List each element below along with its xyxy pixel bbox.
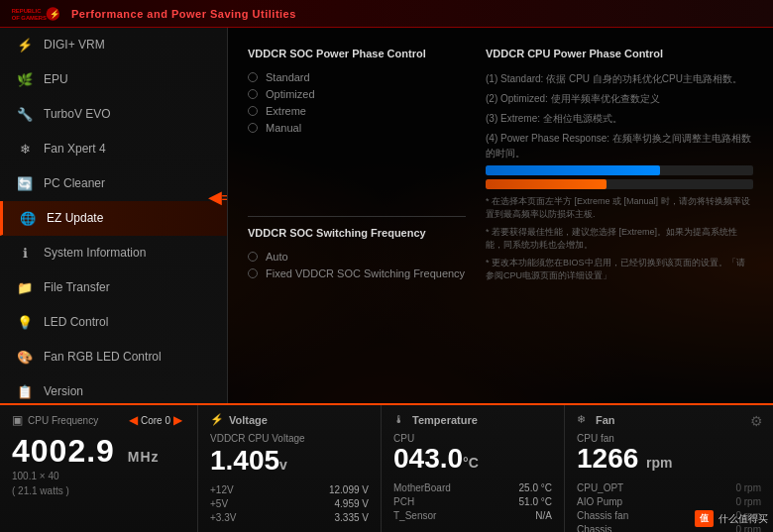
sidebar-item-digi-vrm[interactable]: ⚡ DIGI+ VRM [0,28,227,62]
soc-option-manual[interactable]: Manual [248,122,466,134]
fan-val-cpu-opt: 0 rpm [735,482,761,493]
voltage-label-33v: +3.3V [210,512,236,523]
svg-text:⚡: ⚡ [50,9,59,20]
temp-rows: MotherBoard 25.0 °C PCH 51.0 °C T_Sensor… [393,482,552,521]
sidebar-item-epu[interactable]: 🌿 EPU [0,62,227,97]
cpu-desc4: (4) Power Phase Response: 在频率切换之间调整主电路相数… [486,131,753,160]
sidebar-label-pc-cleaner: PC Cleaner [44,176,211,190]
temp-cpu-value: 043.0°C [393,444,552,475]
sidebar-item-file-transfer[interactable]: 📁 File Transfer [0,270,227,305]
fan-val-aio-pump: 0 rpm [735,496,761,507]
voltage-rows: +12V 12.099 V +5V 4.959 V +3.3V 3.335 V [210,484,369,523]
progress-fill-1 [486,165,660,175]
sidebar-item-turbov-evo[interactable]: 🔧 TurboV EVO [0,97,227,132]
sidebar-item-fan-xpert4[interactable]: ❄ Fan Xpert 4 [0,132,227,166]
fan-header: Fan [577,413,761,427]
voltage-label-12v: +12V [210,484,234,495]
sidebar-collapse-arrow[interactable]: ◀═ [208,186,228,208]
sidebar-item-ez-update[interactable]: 🌐 EZ Update [0,201,227,236]
soc-freq-auto[interactable]: Auto [248,251,466,263]
cpu-freq-value: 4002.9 MHz [12,435,185,467]
vddcr-soc-freq-title: VDDCR SOC Switching Frequency [248,227,466,239]
sidebar-label-ez-update: EZ Update [47,211,211,225]
sidebar-item-pc-cleaner[interactable]: 🔄 PC Cleaner [0,166,227,201]
temp-label-tsensor: T_Sensor [393,510,436,521]
sidebar-label-system-info: System Information [44,246,211,260]
soc-option-extreme[interactable]: Extreme [248,105,466,117]
voltage-section: Voltage VDDCR CPU Voltage 1.405v +12V 12… [198,405,382,532]
fan-main-value: 1266 rpm [577,444,761,475]
cpu-note3: * 更改本功能须您在BIOS中启用，已经切换到该页面的设置。「请参阅CPU电源页… [486,257,753,281]
turbov-icon: 🔧 [16,105,34,123]
fan-main-unit: rpm [646,455,672,471]
thermometer-icon [393,413,407,427]
cpu-freq-label: ▣ CPU Frequency [12,413,98,427]
temp-val-pch: 51.0 °C [519,496,552,507]
svg-text:REPUBLIC: REPUBLIC [12,8,43,14]
fan-icon [577,413,591,427]
soc-option-standard[interactable]: Standard [248,71,466,83]
sidebar-label-version: Version [44,384,211,398]
soc-radio-manual [248,123,258,133]
temp-val-mb: 25.0 °C [519,482,552,493]
soc-freq-fixed[interactable]: Fixed VDDCR SOC Switching Frequency [248,267,466,279]
cpu-freq-sub1: 100.1 × 40 [12,471,185,481]
voltage-main-label: VDDCR CPU Voltage [210,433,369,444]
svg-text:OF GAMERS: OF GAMERS [12,14,47,20]
cpu-freq-unit: MHz [128,449,160,465]
cpu-desc3: (3) Extreme: 全相位电源模式。 [486,111,753,126]
fan-label-chassis2: Chassis_ [577,524,617,532]
main-content: VDDCR SOC Power Phase Control Standard O… [228,28,773,403]
cpu-core-selector[interactable]: ◀ Core 0 ▶ [126,413,185,427]
temp-title: Temperature [412,414,478,426]
core-next-arrow[interactable]: ▶ [170,413,185,427]
vddcr-soc-title: VDDCR SOC Power Phase Control [248,48,466,59]
voltage-val-5v: 4.959 V [335,498,369,509]
epu-icon: 🌿 [16,70,34,88]
fan-label-cpu-opt: CPU_OPT [577,482,623,493]
fan-label-chassis-fan: Chassis fan [577,510,628,521]
cpu-freq-header: ▣ CPU Frequency ◀ Core 0 ▶ [12,413,185,427]
temp-section: Temperature CPU 043.0°C MotherBoard 25.0… [382,405,565,532]
temp-row-pch: PCH 51.0 °C [393,496,552,507]
sidebar-item-version[interactable]: 📋 Version [0,374,227,403]
vddcr-cpu-title: VDDCR CPU Power Phase Control [486,48,753,59]
watermark-badge: 值 [695,510,714,527]
asus-logo: REPUBLIC OF GAMERS ⚡ [10,4,59,24]
cpu-freq-sub2: ( 21.1 watts ) [12,485,185,496]
version-icon: 📋 [16,382,34,400]
fan-row-cpu-opt: CPU_OPT 0 rpm [577,482,761,493]
cpu-freq-title: CPU Frequency [28,415,98,426]
sidebar-label-led-control: LED Control [44,315,211,329]
sidebar-label-turbov: TurboV EVO [44,107,211,121]
soc-radio-standard [248,72,258,82]
file-transfer-icon: 📁 [16,278,34,296]
sidebar-item-led-control[interactable]: 💡 LED Control [0,305,227,340]
cpu-desc1: (1) Standard: 依据 CPU 自身的功耗优化CPU主电路相数。 [486,71,753,86]
core-prev-arrow[interactable]: ◀ [126,413,141,427]
voltage-unit: v [279,457,287,473]
progress-bar-1 [486,165,753,175]
gear-icon[interactable] [750,413,763,429]
voltage-header: Voltage [210,413,369,427]
header-title: Performance and Power Saving Utilities [71,8,296,20]
cpu-freq-section: ▣ CPU Frequency ◀ Core 0 ▶ 4002.9 MHz 10… [0,405,198,532]
sidebar-item-system-info[interactable]: ℹ System Information [0,236,227,270]
cpu-desc2: (2) Optimized: 使用半频率优化查数定义 [486,91,753,106]
sidebar-item-fan-rgb[interactable]: 🎨 Fan RGB LED Control [0,340,227,374]
watermark: 值 什么值得买 [695,510,768,527]
temp-row-tsensor: T_Sensor N/A [393,510,552,521]
soc-freq-radio-fixed [248,268,258,278]
temp-row-mb: MotherBoard 25.0 °C [393,482,552,493]
sidebar: ⚡ DIGI+ VRM 🌿 EPU 🔧 TurboV EVO ❄ Fan Xpe… [0,28,228,403]
soc-option-optimized[interactable]: Optimized [248,88,466,100]
temp-label-pch: PCH [393,496,414,507]
bolt-icon [210,413,224,427]
progress-bar-2 [486,179,753,189]
temp-val-tsensor: N/A [535,510,552,521]
header-bar: REPUBLIC OF GAMERS ⚡ Performance and Pow… [0,0,773,28]
voltage-row-5v: +5V 4.959 V [210,498,369,509]
system-info-icon: ℹ [16,244,34,262]
cpu-note1: * 在选择本页面左半方 [Extreme 或 [Manual] 时，请勿将转换频… [486,195,753,220]
voltage-title: Voltage [229,414,268,426]
